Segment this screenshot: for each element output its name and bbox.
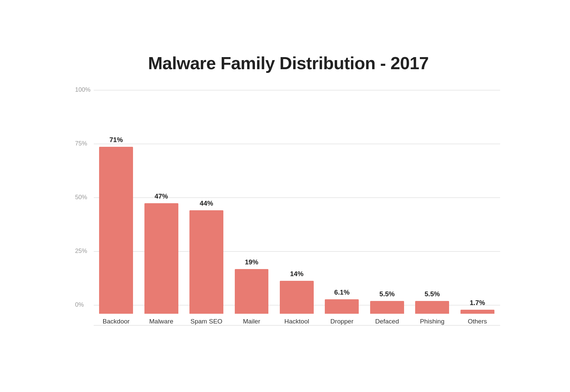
bar-category-label: Defaced — [375, 318, 399, 325]
bar-category-label: Phishing — [420, 318, 444, 325]
bar-category-label: Mailer — [243, 318, 260, 325]
chart-title: Malware Family Distribution - 2017 — [77, 53, 500, 73]
bar-group: 44%Spam SEO — [184, 90, 229, 325]
bar-category-label: Backdoor — [103, 318, 130, 325]
bar: 19% — [235, 269, 269, 314]
bar-category-label: Spam SEO — [190, 318, 222, 325]
bar-value-label: 5.5% — [380, 290, 395, 298]
bar-value-label: 47% — [155, 192, 168, 200]
bar: 5.5% — [370, 301, 404, 314]
bar-category-label: Malware — [149, 318, 173, 325]
bar-value-label: 71% — [109, 136, 123, 144]
bar: 44% — [189, 210, 223, 314]
bar: 5.5% — [415, 301, 449, 314]
bar-group: 47%Malware — [139, 90, 184, 325]
bars-wrapper: 71%Backdoor47%Malware44%Spam SEO19%Maile… — [77, 90, 500, 325]
bar-group: 19%Mailer — [229, 90, 274, 325]
chart-area: 100%75%50%25%0% 71%Backdoor47%Malware44%… — [77, 90, 500, 325]
bar-value-label: 19% — [245, 258, 258, 266]
bar: 1.7% — [461, 310, 494, 314]
bar: 14% — [280, 281, 314, 314]
bar-category-label: Hacktool — [284, 318, 309, 325]
bar-category-label: Others — [468, 318, 487, 325]
bar-category-label: Dropper — [331, 318, 354, 325]
bar-value-label: 6.1% — [334, 289, 350, 296]
bar-value-label: 1.7% — [470, 299, 485, 307]
bar-group: 5.5%Defaced — [364, 90, 409, 325]
bar: 71% — [99, 147, 133, 314]
bar-group: 1.7%Others — [455, 90, 500, 325]
bar-group: 14%Hacktool — [274, 90, 319, 325]
bar-value-label: 14% — [290, 270, 303, 278]
bar-group: 5.5%Phishing — [410, 90, 455, 325]
x-axis — [94, 325, 500, 325]
chart-container: Malware Family Distribution - 2017 100%7… — [50, 40, 520, 352]
bar-value-label: 5.5% — [425, 290, 440, 298]
bar: 6.1% — [325, 299, 359, 314]
bar-group: 6.1%Dropper — [319, 90, 364, 325]
bar-value-label: 44% — [200, 200, 213, 207]
bar-group: 71%Backdoor — [94, 90, 139, 325]
bar: 47% — [144, 203, 178, 314]
